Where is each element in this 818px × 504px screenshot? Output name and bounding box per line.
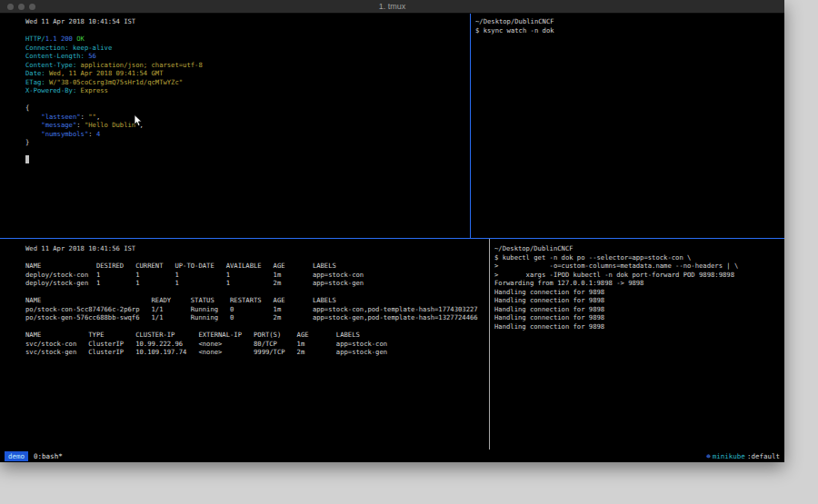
- terminal-line: svc/stock-con ClusterIP 10.99.222.96 <no…: [25, 340, 489, 349]
- terminal-line: HTTP/1.1 200 OK: [25, 35, 470, 44]
- terminal-line: [25, 253, 489, 262]
- terminal-line: $ ksync watch -n dok: [475, 26, 784, 35]
- terminal-line: "message": "Hello Dublin",: [25, 121, 470, 130]
- terminal-line: [25, 155, 470, 164]
- terminal-line: NAME DESIRED CURRENT UP-TO-DATE AVAILABL…: [25, 262, 489, 271]
- terminal-line: Content-Length: 56: [25, 52, 470, 61]
- terminal-line: ~/Desktop/DublinCNCF: [475, 17, 784, 26]
- terminal-line: [25, 147, 470, 156]
- terminal-line: deploy/stock-con 1 1 1 1 1m app=stock-co…: [25, 271, 489, 280]
- terminal-line: Handling connection for 9898: [494, 322, 784, 331]
- terminal-line: [25, 26, 470, 35]
- terminal-line: [25, 322, 489, 331]
- minimize-button[interactable]: [18, 4, 25, 10]
- terminal-line: NAME READY STATUS RESTARTS AGE LABELS: [25, 296, 489, 305]
- tmux-terminal: Wed 11 Apr 2018 10:41:54 IST HTTP/1.1 20…: [0, 14, 784, 450]
- terminal-line: Handling connection for 9898: [494, 296, 784, 305]
- terminal-line: Connection: keep-alive: [25, 44, 470, 53]
- zoom-button[interactable]: [29, 4, 35, 10]
- traffic-lights: [7, 4, 35, 10]
- terminal-line: Handling connection for 9898: [494, 288, 784, 297]
- session-name-badge[interactable]: demo: [5, 451, 28, 461]
- terminal-line: $ kubectl get -n dok po --selector=app=s…: [494, 253, 784, 262]
- window-indicator[interactable]: 0:bash*: [34, 452, 63, 460]
- terminal-line: [25, 288, 489, 297]
- terminal-line: po/stock-con-5cc874766c-2p6rp 1/1 Runnin…: [25, 305, 489, 314]
- close-button[interactable]: [7, 4, 14, 10]
- terminal-line: svc/stock-gen ClusterIP 10.109.197.74 <n…: [25, 348, 489, 357]
- terminal-line: Handling connection for 9898: [494, 305, 784, 314]
- terminal-line: NAME TYPE CLUSTER-IP EXTERNAL-IP PORT(S)…: [25, 331, 489, 340]
- terminal-line: Forwarding from 127.0.0.1:9898 -> 9898: [494, 279, 784, 288]
- tmux-status-bar: demo 0:bash* ☸ minikube :default: [0, 450, 784, 462]
- pane-divider-vertical-top[interactable]: [470, 14, 471, 238]
- terminal-window: 1. tmux Wed 11 Apr 2018 10:41:54 IST HTT…: [0, 0, 784, 462]
- status-right: ☸ minikube :default: [706, 452, 780, 460]
- pane-http-response[interactable]: Wed 11 Apr 2018 10:41:54 IST HTTP/1.1 20…: [0, 14, 470, 238]
- pane-divider-vertical-bottom[interactable]: [489, 239, 490, 450]
- terminal-line: Wed 11 Apr 2018 10:41:54 IST: [25, 17, 470, 26]
- terminal-line: }: [25, 138, 470, 147]
- terminal-line: Content-Type: application/json; charset=…: [25, 61, 470, 70]
- terminal-line: [25, 95, 470, 104]
- terminal-line: > -o=custom-columns=metadata.name --no-h…: [494, 262, 784, 271]
- mouse-cursor-icon: [134, 114, 143, 127]
- pane-kubectl-resources[interactable]: Wed 11 Apr 2018 10:41:56 IST NAME DESIRE…: [0, 239, 489, 450]
- window-title: 1. tmux: [0, 0, 784, 13]
- window-titlebar[interactable]: 1. tmux: [0, 0, 784, 14]
- pane-divider-horizontal[interactable]: [0, 238, 784, 239]
- terminal-line: X-Powered-By: Express: [25, 86, 470, 95]
- terminal-line: > xargs -IPOD kubectl -n dok port-forwar…: [494, 271, 784, 280]
- terminal-line: po/stock-gen-576cc688bb-swqf6 1/1 Runnin…: [25, 313, 489, 322]
- kubernetes-icon: ☸: [706, 452, 711, 460]
- kube-namespace: :default: [747, 452, 780, 460]
- terminal-line: Handling connection for 9898: [494, 313, 784, 322]
- terminal-line: "numsymbols": 4: [25, 130, 470, 139]
- terminal-line: Wed 11 Apr 2018 10:41:56 IST: [25, 244, 489, 253]
- terminal-line: ETag: W/"38-05coCsrg3mQ75sHr1d/qcMTwYZc": [25, 78, 470, 87]
- kube-context: minikube: [713, 452, 745, 460]
- terminal-line: "lastseen": "",: [25, 113, 470, 122]
- terminal-line: ~/Desktop/DublinCNCF: [494, 244, 784, 253]
- terminal-line: Date: Wed, 11 Apr 2018 09:41:54 GMT: [25, 69, 470, 78]
- terminal-line: {: [25, 104, 470, 113]
- pane-port-forward[interactable]: ~/Desktop/DublinCNCF$ kubectl get -n dok…: [491, 239, 784, 450]
- terminal-line: deploy/stock-gen 1 1 1 1 2m app=stock-ge…: [25, 279, 489, 288]
- pane-ksync-watch[interactable]: ~/Desktop/DublinCNCF$ ksync watch -n dok: [472, 14, 784, 238]
